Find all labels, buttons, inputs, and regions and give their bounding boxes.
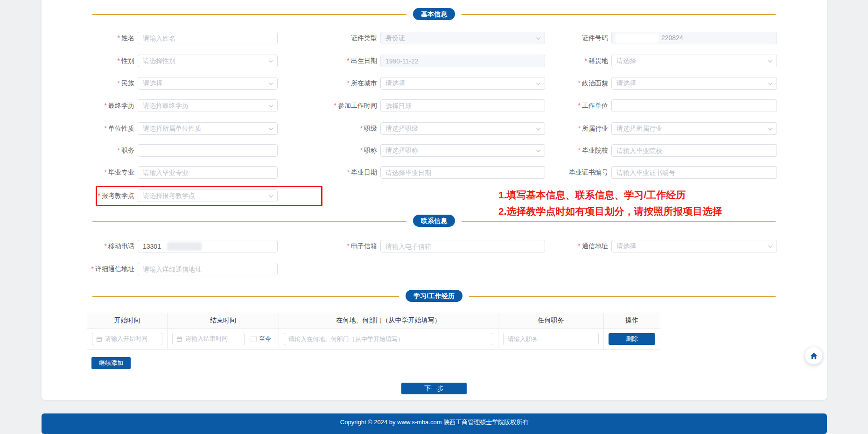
to-now-label: 至今: [259, 335, 271, 343]
work-unit-label: *工作单位: [502, 99, 608, 112]
page-background: 基本信息 *姓名 证件类型 身份证 证件号码 220824 *性别 请选择性别 …: [0, 0, 868, 434]
mail-region-field: *通信地址 请选择: [0, 240, 868, 252]
redaction-blur: [616, 34, 658, 43]
header-where: 在何地、何部门（从中学开始填写）: [279, 313, 498, 329]
delete-button[interactable]: 删除: [609, 333, 655, 345]
native-place-label: *籍贯地: [502, 55, 608, 67]
required-mark: *: [578, 102, 581, 109]
id-number-field: 证件号码 220824: [0, 32, 868, 44]
required-mark: *: [91, 265, 94, 273]
graduate-school-input[interactable]: [611, 144, 777, 157]
duty-input[interactable]: [503, 333, 599, 345]
political-status-select[interactable]: 请选择: [611, 77, 777, 90]
graduate-school-label: *毕业院校: [502, 144, 608, 157]
home-icon: [810, 352, 818, 360]
basic-section-badge: 基本信息: [413, 8, 455, 20]
required-mark: *: [98, 192, 100, 199]
required-mark: *: [578, 125, 581, 132]
experience-row: 请输入开始时间 请输入结束时间 至今: [87, 329, 660, 350]
start-time-input[interactable]: 请输入开始时间: [92, 333, 162, 345]
footer-bar: Copyright © 2024 by www.s-mba.com 陕西工商管理…: [42, 413, 827, 434]
header-actions: 操作: [604, 313, 660, 329]
native-place-field: *籍贯地 请选择: [0, 55, 868, 67]
industry-label: *所属行业: [502, 122, 608, 135]
diploma-number-input[interactable]: [611, 166, 777, 179]
chevron-down-icon: [768, 81, 773, 86]
chevron-down-icon: [268, 194, 273, 199]
mail-detail-input[interactable]: [138, 263, 278, 275]
experience-section-badge: 学习/工作经历: [406, 290, 462, 302]
chevron-down-icon: [768, 59, 773, 64]
required-mark: *: [578, 242, 581, 250]
annotation-text: 1.填写基本信息、联系信息、学习/工作经历 2.选择教学点时如有项目划分，请按照…: [498, 187, 722, 219]
mail-region-select[interactable]: 请选择: [611, 240, 777, 252]
header-end-time: 结束时间: [168, 313, 279, 329]
where-input[interactable]: [284, 333, 493, 345]
teaching-site-field: *报考教学点 请选择报考教学点: [0, 189, 868, 202]
contact-section-divider: 联系信息: [92, 221, 776, 222]
add-more-button[interactable]: 继续添加: [91, 357, 131, 369]
next-step-button[interactable]: 下一步: [401, 383, 467, 394]
annotation-line-2: 2.选择教学点时如有项目划分，请按照所报项目选择: [498, 203, 722, 219]
work-unit-field: *工作单位: [0, 99, 868, 112]
experience-header-row: 开始时间 结束时间 在何地、何部门（从中学开始填写） 任何职务 操作: [87, 313, 660, 329]
teaching-site-label: *报考教学点: [28, 189, 134, 202]
id-number-label: 证件号码: [502, 32, 608, 44]
experience-section-divider: 学习/工作经历: [92, 296, 776, 297]
contact-section-badge: 联系信息: [413, 215, 455, 227]
home-button[interactable]: [805, 347, 822, 364]
end-time-input[interactable]: 请输入结束时间: [172, 333, 245, 345]
chevron-down-icon: [768, 126, 773, 132]
experience-table: 开始时间 结束时间 在何地、何部门（从中学开始填写） 任何职务 操作 请输入开始…: [87, 313, 660, 350]
basic-section-divider: 基本信息: [92, 14, 776, 15]
calendar-icon: [96, 336, 102, 342]
mail-detail-field: *详细通信地址: [0, 263, 868, 275]
required-mark: *: [578, 147, 581, 154]
required-mark: *: [578, 79, 581, 87]
to-now-checkbox[interactable]: [251, 336, 257, 342]
experience-section-badge-wrap: 学习/工作经历: [399, 290, 469, 302]
mail-region-label: *通信地址: [502, 240, 608, 252]
contact-section-badge-wrap: 联系信息: [406, 215, 462, 227]
calendar-icon: [176, 336, 182, 342]
teaching-site-select[interactable]: 请选择报考教学点: [138, 189, 278, 202]
industry-select[interactable]: 请选择所属行业: [611, 122, 777, 135]
political-status-field: *政治面貌 请选择: [0, 77, 868, 90]
id-number-value: 220824: [611, 32, 777, 44]
mail-detail-label: *详细通信地址: [28, 263, 134, 275]
annotation-line-1: 1.填写基本信息、联系信息、学习/工作经历: [498, 187, 722, 203]
required-mark: *: [585, 57, 587, 64]
diploma-number-label: 毕业证书编号: [502, 166, 608, 179]
diploma-number-field: 毕业证书编号: [0, 166, 868, 179]
industry-field: *所属行业 请选择所属行业: [0, 122, 868, 135]
header-start-time: 开始时间: [87, 313, 168, 329]
footer-copyright: Copyright © 2024 by www.s-mba.com 陕西工商管理…: [340, 419, 528, 426]
basic-section-badge-wrap: 基本信息: [406, 8, 462, 20]
graduate-school-field: *毕业院校: [0, 144, 868, 157]
native-place-select[interactable]: 请选择: [611, 55, 777, 67]
work-unit-input[interactable]: [611, 99, 777, 112]
header-duty: 任何职务: [498, 313, 604, 329]
political-status-label: *政治面貌: [502, 77, 608, 90]
chevron-down-icon: [768, 244, 773, 249]
